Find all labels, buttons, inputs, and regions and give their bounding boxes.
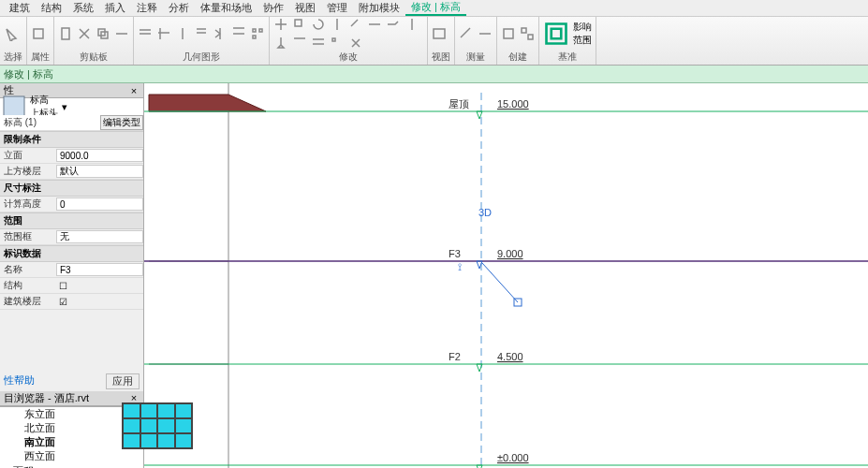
close-icon[interactable]: × (128, 85, 140, 96)
array2-icon[interactable] (330, 36, 345, 51)
ribbon-group-label: 视图 (432, 51, 450, 65)
mirror2-icon[interactable] (330, 17, 345, 32)
array-icon[interactable] (250, 26, 265, 41)
property-group-header[interactable]: 标识数据 (0, 245, 143, 262)
viewbox-icon[interactable] (432, 26, 447, 41)
split-icon[interactable] (175, 26, 190, 41)
property-label: 建筑楼层 (0, 295, 56, 308)
property-row: 计算高度0 (0, 197, 143, 212)
property-row: 建筑楼层☑ (0, 294, 143, 310)
property-group-header[interactable]: 范围 (0, 212, 143, 229)
align-icon[interactable] (231, 26, 246, 41)
group-icon[interactable] (520, 26, 535, 41)
chevron-down-icon[interactable]: ▾ (62, 101, 67, 113)
svg-text:F3: F3 (449, 248, 461, 259)
rotate-icon[interactable] (311, 17, 326, 32)
svg-text:4.500: 4.500 (497, 351, 523, 362)
property-row: 名称F3 (0, 262, 143, 278)
svg-text:⟟: ⟟ (458, 261, 462, 272)
menu-item[interactable]: 附加模块 (353, 1, 405, 15)
join-icon[interactable] (138, 26, 153, 41)
instance-row: 标高 (1) 编辑类型 (0, 115, 143, 131)
menu-item[interactable]: 管理 (321, 1, 353, 15)
ribbon-group-label: 修改 (273, 51, 423, 65)
svg-line-15 (482, 263, 518, 302)
extend-icon[interactable] (386, 17, 401, 32)
ribbon-group-label: 剪贴板 (58, 51, 129, 65)
scope-icon[interactable] (543, 21, 569, 47)
property-row: 范围框无 (0, 229, 143, 245)
prop-icon[interactable] (31, 26, 46, 41)
property-label: 上方楼层 (0, 165, 56, 178)
drawing-canvas[interactable]: 屋顶15.000F39.000⟟3DF24.500±0.000 (144, 83, 868, 468)
match-icon[interactable] (114, 26, 129, 41)
align2-icon[interactable] (292, 36, 307, 51)
offset-icon[interactable] (194, 26, 209, 41)
ribbon-group-label: 属性 (31, 51, 50, 65)
property-label: 立面 (0, 149, 56, 162)
cursor-icon[interactable] (4, 26, 19, 41)
property-value[interactable]: F3 (56, 263, 143, 276)
elevation-view-svg: 屋顶15.000F39.000⟟3DF24.500±0.000 (144, 83, 868, 468)
property-value[interactable]: 0 (56, 197, 143, 211)
copy2-icon[interactable] (292, 17, 307, 32)
property-group-header[interactable]: 尺寸标注 (0, 180, 143, 197)
property-row: 结构☐ (0, 278, 143, 294)
split2-icon[interactable] (405, 17, 419, 32)
move-icon[interactable] (273, 17, 288, 32)
project-browser-title: 目浏览器 - 酒店.rvt (4, 391, 89, 405)
properties-help-link[interactable]: 性帮助 (4, 373, 35, 389)
scale-icon[interactable] (348, 17, 363, 32)
menu-item[interactable]: 插入 (99, 1, 131, 15)
svg-marker-3 (149, 95, 266, 111)
copy-icon[interactable] (96, 26, 110, 41)
menu-item[interactable]: 系统 (67, 1, 99, 15)
material-swatch[interactable] (122, 402, 193, 449)
measure-icon[interactable] (459, 26, 474, 41)
menu-item[interactable]: 建筑 (4, 1, 36, 15)
mirror-icon[interactable] (213, 26, 228, 41)
properties-body: 限制条件立面9000.0上方楼层默认尺寸标注计算高度0范围范围框无标识数据名称F… (0, 131, 143, 310)
property-value: ☐ (56, 279, 143, 292)
svg-text:9.000: 9.000 (497, 248, 523, 259)
menu-item[interactable]: 注释 (131, 1, 163, 15)
menu-item[interactable]: 协作 (257, 1, 289, 15)
ribbon-group-label: 选择 (4, 51, 22, 65)
type-selector[interactable]: 标高 上标头 ▾ (0, 98, 143, 115)
menu-item[interactable]: 结构 (36, 1, 67, 15)
browser-node[interactable]: 面积 (0, 463, 143, 469)
menu-item[interactable]: 修改 | 标高 (405, 0, 466, 16)
properties-footer: 性帮助 应用 (0, 372, 143, 391)
svg-text:F2: F2 (449, 351, 461, 362)
property-label: 结构 (0, 279, 56, 292)
ribbon-group-label: 基准 (543, 51, 592, 65)
instance-label: 标高 (1) (0, 116, 66, 129)
paste-icon[interactable] (58, 26, 73, 41)
trim2-icon[interactable] (367, 17, 382, 32)
browser-leaf[interactable]: 西立面 (0, 449, 143, 463)
edit-type-button[interactable]: 编辑类型 (100, 115, 143, 130)
cut-icon[interactable] (77, 26, 92, 41)
create-icon[interactable] (501, 26, 516, 41)
svg-text:±0.000: ±0.000 (497, 452, 529, 463)
offset2-icon[interactable] (311, 36, 326, 51)
svg-text:15.000: 15.000 (497, 98, 529, 110)
context-strip: 修改 | 标高 (0, 66, 868, 83)
menu-item[interactable]: 分析 (163, 1, 195, 15)
menu-item[interactable]: 体量和场地 (195, 1, 257, 15)
property-label: 计算高度 (0, 197, 56, 211)
property-row: 上方楼层默认 (0, 164, 143, 180)
property-value[interactable]: 9000.0 (56, 149, 143, 162)
svg-text:屋顶: 屋顶 (449, 98, 469, 110)
dim-icon[interactable] (478, 26, 493, 41)
ribbon-group-label: 创建 (501, 51, 535, 65)
menu-item[interactable]: 视图 (289, 1, 321, 15)
trim-icon[interactable] (156, 26, 171, 41)
delete-icon[interactable] (348, 36, 363, 51)
ribbon-big-label: 影响 范围 (573, 21, 592, 47)
property-value[interactable]: 默认 (56, 165, 143, 178)
apply-button[interactable]: 应用 (106, 373, 140, 389)
property-group-header[interactable]: 限制条件 (0, 131, 143, 148)
pin-icon[interactable] (273, 36, 288, 51)
property-value[interactable]: 无 (56, 230, 143, 243)
